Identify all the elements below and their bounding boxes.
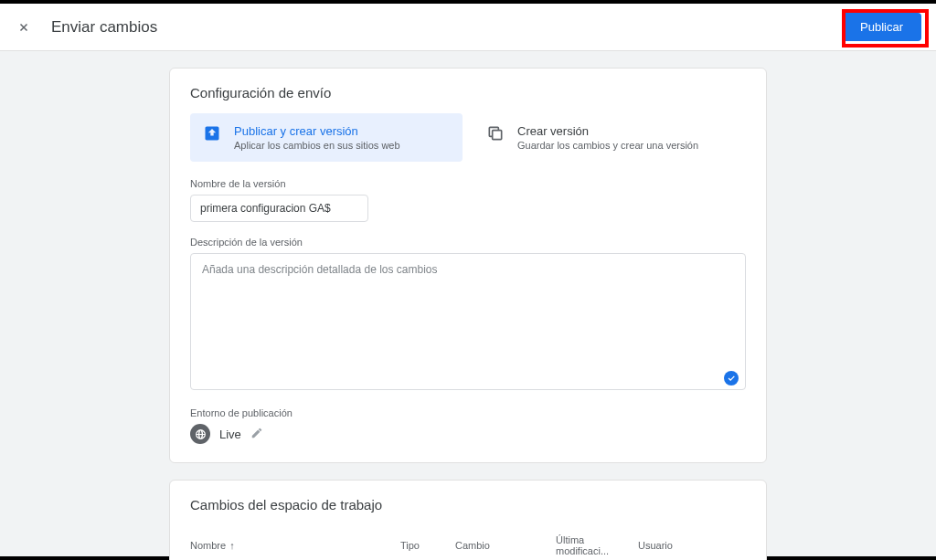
version-desc-label: Descripción de la versión [190, 237, 746, 248]
option-publish-and-version[interactable]: Publicar y crear versión Aplicar los cam… [190, 113, 463, 162]
option-version-title: Crear versión [517, 124, 698, 138]
table-header-row: Nombre↑ Tipo Cambio Última modificaci...… [190, 525, 746, 560]
version-name-label: Nombre de la versión [190, 178, 746, 189]
svg-rect-0 [493, 131, 502, 140]
col-user[interactable]: Usuario [638, 540, 724, 551]
option-version-subtitle: Guardar los cambios y crear una versión [517, 140, 698, 151]
dialog-title: Enviar cambios [51, 18, 842, 37]
col-modified[interactable]: Última modificaci... [556, 534, 638, 556]
publish-button[interactable]: Publicar [842, 13, 921, 41]
check-icon [724, 371, 739, 386]
option-publish-subtitle: Aplicar los cambios en sus sitios web [234, 140, 400, 151]
col-type[interactable]: Tipo [400, 540, 455, 551]
sort-arrow-icon: ↑ [229, 540, 235, 551]
dialog-header: Enviar cambios Publicar [0, 4, 936, 51]
changes-section-title: Cambios del espacio de trabajo [190, 497, 746, 512]
workspace-changes-card: Cambios del espacio de trabajo Nombre↑ T… [169, 480, 767, 560]
config-section-title: Configuración de envío [190, 85, 746, 100]
changes-table: Nombre↑ Tipo Cambio Última modificaci...… [190, 525, 746, 560]
col-name[interactable]: Nombre↑ [190, 540, 400, 551]
version-desc-textarea[interactable] [190, 253, 746, 390]
version-name-input[interactable] [190, 195, 368, 222]
submit-config-card: Configuración de envío Publicar y crear … [169, 68, 767, 463]
upload-icon [203, 124, 223, 144]
option-publish-title: Publicar y crear versión [234, 124, 400, 138]
env-label: Entorno de publicación [190, 407, 746, 418]
close-icon[interactable] [15, 18, 33, 37]
env-value: Live [219, 428, 241, 441]
globe-icon [190, 424, 210, 444]
copy-icon [486, 124, 506, 144]
option-create-version[interactable]: Crear versión Guardar los cambios y crea… [473, 113, 746, 162]
pencil-icon[interactable] [250, 427, 265, 441]
col-change[interactable]: Cambio [455, 540, 556, 551]
